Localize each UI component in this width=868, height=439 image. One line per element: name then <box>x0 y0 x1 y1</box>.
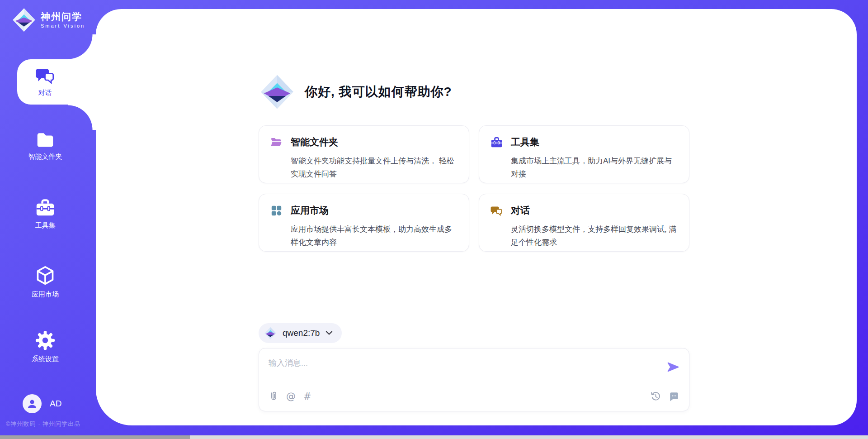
card-description: 灵活切换多模型文件，支持多样回复效果调试, 满足个性化需求 <box>511 223 677 249</box>
cube-icon <box>35 265 55 286</box>
horizontal-scrollbar[interactable] <box>0 435 868 439</box>
hash-icon: # <box>303 391 311 402</box>
card-app-market[interactable]: 应用市场 应用市场提供丰富长文本模板，助力高效生成多样化文章内容 <box>259 194 469 252</box>
feedback-button[interactable] <box>669 391 679 402</box>
sidebar-item-label: 智能文件夹 <box>28 153 62 161</box>
history-icon <box>650 391 661 402</box>
briefcase-icon <box>491 136 503 148</box>
paperclip-icon <box>269 391 278 402</box>
user-initials: AD <box>50 399 61 409</box>
card-title: 工具集 <box>511 136 539 148</box>
user-account[interactable]: AD <box>23 394 61 413</box>
greeting: 你好, 我可以如何帮助你? <box>259 72 452 111</box>
chat-icon <box>491 205 503 217</box>
attach-button[interactable] <box>269 391 278 402</box>
sidebar-item-chat-active[interactable]: 对话 <box>17 59 98 105</box>
feature-cards: 智能文件夹 智能文件夹功能支持批量文件上传与清洗， 轻松实现文件问答 工具集 集… <box>259 125 689 252</box>
model-name: qwen2:7b <box>283 328 320 338</box>
sidebar-item-label: 对话 <box>38 89 52 97</box>
card-title: 应用市场 <box>291 204 329 217</box>
card-smart-folder[interactable]: 智能文件夹 智能文件夹功能支持批量文件上传与清洗， 轻松实现文件问答 <box>259 125 469 183</box>
folder-icon <box>36 131 55 148</box>
gear-icon <box>35 330 56 351</box>
grid-icon <box>270 205 283 217</box>
person-icon <box>26 398 38 410</box>
history-button[interactable] <box>650 391 661 402</box>
sidebar-item-toolkit[interactable]: 工具集 <box>0 198 90 230</box>
folder-open-icon <box>270 136 283 148</box>
message-input[interactable] <box>269 356 657 370</box>
chat-icon <box>35 67 55 85</box>
card-description: 集成市场上主流工具，助力AI与外界无缝扩展与对接 <box>511 154 677 181</box>
mention-button[interactable]: @ <box>286 391 296 402</box>
copyright-text: ©神州数码 · 神州问学出品 <box>6 420 80 428</box>
scrollbar-thumb[interactable] <box>0 435 190 439</box>
chat-bubble-icon <box>669 391 679 402</box>
topic-button[interactable]: # <box>303 391 311 402</box>
at-icon: @ <box>286 391 296 402</box>
card-description: 智能文件夹功能支持批量文件上传与清洗， 轻松实现文件问答 <box>291 154 457 181</box>
sidebar-item-smart-folder[interactable]: 智能文件夹 <box>0 131 90 161</box>
model-selector[interactable]: qwen2:7b <box>259 323 342 343</box>
message-composer: @ # <box>259 348 689 411</box>
briefcase-icon <box>35 198 55 217</box>
send-icon <box>667 361 679 373</box>
brand-subtitle: Smart Vision <box>41 23 85 29</box>
sidebar-item-label: 系统设置 <box>32 355 59 363</box>
sidebar-item-app-market[interactable]: 应用市场 <box>0 265 90 299</box>
brand-diamond-icon <box>12 6 36 33</box>
composer-toolbar: @ # <box>269 388 679 405</box>
greeting-title: 你好, 我可以如何帮助你? <box>305 83 452 100</box>
sidebar-item-label: 工具集 <box>35 221 56 230</box>
card-description: 应用市场提供丰富长文本模板，助力高效生成多样化文章内容 <box>291 223 457 249</box>
card-toolkit[interactable]: 工具集 集成市场上主流工具，助力AI与外界无缝扩展与对接 <box>479 125 689 183</box>
brand-name: 神州问学 <box>41 11 85 22</box>
chevron-down-icon <box>326 330 333 336</box>
sidebar-item-settings[interactable]: 系统设置 <box>0 330 90 363</box>
active-tab-scoop-top <box>68 34 97 59</box>
model-logo-icon <box>264 326 277 340</box>
active-tab-scoop-bottom <box>68 105 97 130</box>
app-window: 神州问学 Smart Vision 智能文件夹 工具集 <box>0 0 868 439</box>
composer-divider <box>268 384 680 384</box>
brand-logo: 神州问学 Smart Vision <box>12 6 85 33</box>
avatar <box>23 394 42 413</box>
sidebar-item-label: 应用市场 <box>32 290 59 299</box>
card-chat[interactable]: 对话 灵活切换多模型文件，支持多样回复效果调试, 满足个性化需求 <box>479 194 689 252</box>
card-title: 对话 <box>511 204 530 217</box>
greeting-diamond-icon <box>259 72 295 111</box>
send-button[interactable] <box>666 361 680 374</box>
card-title: 智能文件夹 <box>291 136 338 148</box>
